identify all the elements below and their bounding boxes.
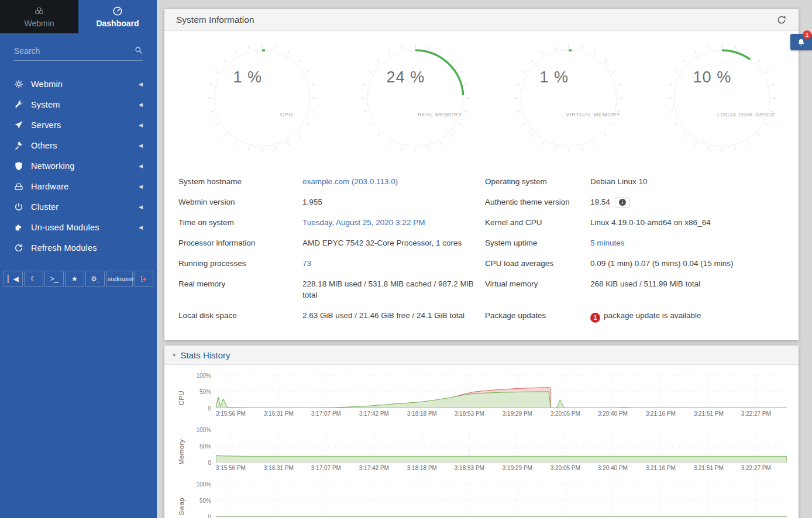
local-disk-value: 2.63 GiB used / 21.46 GiB free / 24.1 Gi…	[302, 305, 485, 327]
x-tick-label: 3:18:18 PM	[407, 410, 437, 417]
tab-webmin[interactable]: Webmin	[0, 0, 78, 33]
y-tick-label: 50%	[199, 389, 211, 395]
x-tick-label: 3:16:31 PM	[264, 410, 294, 417]
gears-icon: ⚙ˍ	[91, 275, 99, 282]
user-button[interactable]: sudouser	[106, 271, 133, 287]
uptime-link[interactable]: 5 minutes	[590, 233, 785, 253]
running-processes-link[interactable]: 73	[302, 253, 485, 274]
info-label: Package updates	[485, 305, 590, 327]
collapse-icon: ▏◀	[8, 275, 18, 282]
night-mode-button[interactable]: ☾	[24, 271, 43, 287]
chevron-left-icon: ◀	[139, 143, 143, 149]
hammer-icon	[14, 141, 23, 150]
gauge-percent: 24 %	[387, 68, 425, 86]
info-label: Virtual memory	[485, 274, 590, 305]
sidebar-item-label: Webmin	[31, 80, 139, 89]
theme-settings-button[interactable]: ⚙ˍ	[85, 271, 105, 287]
gauge-cpu: 1 % CPU	[185, 43, 339, 155]
sidebar-item-label: Un-used Modules	[31, 223, 139, 232]
terminal-icon: >_	[50, 275, 59, 282]
theme-info-button[interactable]: i	[615, 197, 630, 208]
stats-history-header[interactable]: ▾ Stats History	[164, 346, 799, 365]
chevron-left-icon: ◀	[139, 81, 143, 87]
info-label: Webmin version	[178, 192, 302, 212]
sidebar-item-system[interactable]: System ◀	[0, 94, 157, 115]
package-update-link[interactable]: package update is available	[604, 311, 701, 320]
notifications-button[interactable]: 1	[790, 34, 812, 50]
sidebar-menu: Webmin ◀ System ◀ Servers ◀ Others ◀ Net…	[0, 74, 157, 258]
theme-version-number: 19.54	[590, 198, 610, 206]
x-tick-label: 3:19:29 PM	[503, 465, 532, 471]
favorites-button[interactable]: ★	[65, 271, 84, 287]
info-label: Operating system	[485, 171, 590, 192]
logout-button[interactable]	[134, 271, 153, 287]
sidebar-item-label: Cluster	[31, 202, 139, 212]
dashboard-gauge-icon	[112, 6, 123, 16]
sidebar-item-refresh-modules[interactable]: Refresh Modules	[0, 237, 157, 258]
terminal-button[interactable]: >_	[44, 271, 64, 287]
webmin-version-value: 1.955	[302, 192, 485, 212]
search-input[interactable]	[14, 44, 143, 61]
paper-plane-icon	[14, 120, 23, 130]
sidebar-item-others[interactable]: Others ◀	[0, 135, 157, 156]
sidebar-tabs: Webmin Dashboard	[0, 0, 157, 33]
sidebar-item-cluster[interactable]: Cluster ◀	[0, 196, 157, 217]
x-tick-label: 3:20:40 PM	[598, 465, 628, 471]
sidebar-item-label: Hardware	[31, 182, 139, 191]
hostname-link[interactable]: example.com (203.0.113.0)	[302, 171, 485, 192]
x-tick-label: 3:21:51 PM	[694, 410, 724, 417]
info-label: Local disk space	[178, 305, 302, 327]
x-tick-label: 3:21:51 PM	[694, 465, 724, 471]
sidebar-item-label: System	[31, 100, 139, 109]
moon-icon: ☾	[30, 275, 37, 282]
y-tick-label: 0	[208, 514, 211, 518]
x-tick-label: 3:19:29 PM	[503, 410, 532, 417]
gauge-caption: REAL MEMORY	[418, 110, 462, 117]
chevron-left-icon: ◀	[139, 225, 143, 230]
gauges-row: 1 % CPU 24 % REAL MEMORY 1 % VIRTU	[164, 31, 799, 161]
stats-history-title: Stats History	[181, 350, 230, 360]
gauge-real-memory: 24 % REAL MEMORY	[339, 43, 492, 155]
page-title: System Information	[176, 15, 776, 25]
chart-cpu: CPU 100% 50% 0 3:15:56 PM3:16:31 PM3:17:…	[174, 375, 787, 420]
hard-drive-icon	[14, 182, 23, 191]
sidebar-item-servers[interactable]: Servers ◀	[0, 115, 157, 135]
chart-plot-area: 3:15:56 PM3:16:31 PM3:17:07 PM3:17:42 PM…	[216, 375, 787, 420]
collapse-sidebar-button[interactable]: ▏◀	[4, 271, 23, 287]
sidebar-item-label: Refresh Modules	[31, 243, 143, 253]
search-icon[interactable]	[135, 46, 143, 54]
sidebar-item-hardware[interactable]: Hardware ◀	[0, 176, 157, 196]
chevron-left-icon: ◀	[139, 163, 143, 169]
tab-dashboard[interactable]: Dashboard	[78, 0, 157, 33]
sidebar-item-unused-modules[interactable]: Un-used Modules ◀	[0, 217, 157, 237]
tab-dashboard-label: Dashboard	[96, 19, 139, 28]
gauge-caption: VIRTUAL MEMORY	[566, 110, 620, 117]
y-tick-label: 50%	[199, 498, 211, 504]
refresh-page-icon[interactable]	[776, 15, 787, 25]
chart-memory: Memory 100% 50% 0 3:15:56 PM3:16:31 PM3:…	[174, 430, 787, 474]
chevron-left-icon: ◀	[139, 204, 143, 210]
theme-version-value: 19.54i	[590, 192, 785, 212]
x-tick-label: 3:22:27 PM	[741, 465, 771, 471]
chart-y-labels: 100% 50% 0	[189, 484, 216, 517]
gauge-local-disk-space: 10 % LOCAL DISK SPACE	[645, 43, 799, 155]
x-axis-labels: 3:15:56 PM3:16:31 PM3:17:07 PM3:17:42 PM…	[216, 465, 787, 474]
shield-icon	[14, 161, 23, 171]
y-tick-label: 100%	[196, 427, 211, 433]
operating-system-value: Debian Linux 10	[590, 171, 785, 192]
x-tick-label: 3:17:42 PM	[359, 465, 389, 471]
kernel-cpu-value: Linux 4.19.0-10-amd64 on x86_64	[590, 212, 785, 233]
gauge-virtual-memory: 1 % VIRTUAL MEMORY	[492, 43, 645, 155]
package-updates-cell: 1package update is available	[590, 305, 785, 327]
x-tick-label: 3:22:27 PM	[741, 410, 771, 417]
sidebar-item-webmin[interactable]: Webmin ◀	[0, 74, 157, 94]
info-label: Kernel and CPU	[485, 212, 590, 233]
real-memory-value: 228.18 MiB used / 531.8 MiB cached / 987…	[302, 274, 485, 305]
notification-count-badge: 1	[803, 30, 811, 39]
sidebar-item-networking[interactable]: Networking ◀	[0, 156, 157, 176]
y-tick-label: 50%	[199, 443, 211, 450]
gauge-percent: 10 %	[693, 68, 732, 86]
time-on-system-link[interactable]: Tuesday, August 25, 2020 3:22 PM	[302, 212, 485, 233]
chart-y-labels: 100% 50% 0	[189, 430, 216, 462]
x-tick-label: 3:16:31 PM	[264, 465, 294, 471]
